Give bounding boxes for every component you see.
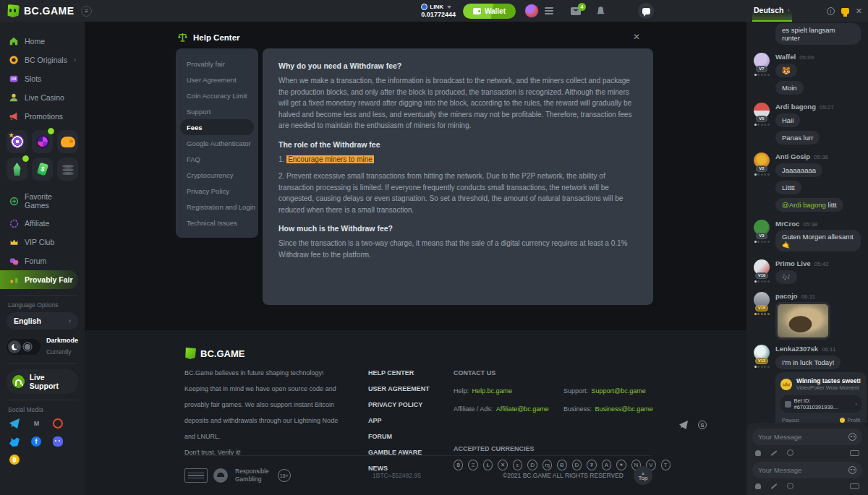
sidebar-item-live-casino[interactable]: Live Casino [7,88,78,107]
mention[interactable]: @Ardi bagong [782,201,826,209]
message-bubble: Guten Morgen allesamt 🤙 [775,230,861,251]
contact-business-link[interactable]: Business@bc.game [595,405,652,413]
contact-label: Business: [563,405,592,413]
username[interactable]: Ardi bagong [775,103,816,111]
promo-lucky-wheel-icon[interactable] [32,130,53,153]
medium-icon[interactable]: M [31,418,41,429]
bet-id-button[interactable]: Bet ID: #670310391939... › [780,395,861,413]
help-menu-technical-issues[interactable]: Technical Issues [180,215,254,231]
telegram-icon[interactable] [9,418,20,429]
twitter-icon[interactable] [9,436,20,447]
wallet-button[interactable]: Wallet [463,4,516,19]
account-menu-icon[interactable] [545,7,553,14]
chat-input-1[interactable] [752,429,862,445]
sidebar-item-forum[interactable]: Forum [7,251,78,270]
emoji-icon[interactable] [848,466,856,474]
help-menu-google-authenticator[interactable]: Google Authenticator [180,135,254,151]
tip-users-icon[interactable] [755,483,761,489]
promo-dollar-tag-icon[interactable]: $ [32,158,53,181]
help-menu-privacy-policy[interactable]: Privacy Policy [180,183,254,199]
coin-drop-icon[interactable] [787,449,793,456]
username[interactable]: Lenka2307sk [775,345,818,353]
promo-rocket-icon[interactable] [7,158,27,181]
level-dots [754,280,770,283]
username[interactable]: Primo Live [775,259,811,267]
sidebar-item-affiliate[interactable]: Affiliate [7,214,78,233]
coin-selector[interactable]: LINK 0.01772444 [421,4,456,18]
sidebar-item-label: Provably Fair [25,275,73,284]
sidebar-item-slots[interactable]: Slots [7,69,78,88]
chat-input-2[interactable] [752,462,862,478]
copyright: ©2021 BC.GAME ALL RIGHTS RESERVED [503,472,624,479]
scroll-to-top-button[interactable]: ▴Top [634,466,652,485]
sidebar-collapse-button[interactable]: ≡ [81,6,92,17]
theme-toggle[interactable] [7,339,41,355]
username[interactable]: pacojo [775,292,798,300]
keyboard-icon[interactable] [850,450,859,456]
help-menu-registration-and-login[interactable]: Registration and Login [180,199,254,215]
sidebar-item-promotions[interactable]: Promotions [7,107,78,126]
username[interactable]: MrCroc [775,220,799,228]
user-avatar[interactable] [524,4,539,18]
edit-icon[interactable] [771,450,778,456]
close-icon[interactable]: ✕ [633,32,640,42]
telegram-icon[interactable] [679,421,688,429]
sidebar-item-favorite-games[interactable]: Favorite Games [7,188,78,214]
footer-link-help-center[interactable]: HELP CENTER [368,369,454,376]
footer-link-user-agreement[interactable]: USER AGREEMENT [368,385,454,392]
lightmode-option[interactable] [21,340,34,353]
sidebar-item-home[interactable]: Home [7,32,78,51]
keyboard-icon[interactable] [850,483,859,489]
darkmode-option[interactable] [8,340,21,353]
contact-support-link[interactable]: Support@bc.game [591,387,645,395]
help-menu-coin-accuracy-limit[interactable]: Coin Accuracy Limit [180,87,254,103]
coin-drop-icon[interactable] [787,483,793,489]
help-menu-faq[interactable]: FAQ [180,151,254,167]
sidebar-item-vip-club[interactable]: VIP Club [7,233,78,251]
help-menu-cryptocurrency[interactable]: Cryptocurrency [180,167,254,183]
live-support-button[interactable]: Live Support [7,369,78,394]
discord-icon[interactable] [53,436,63,447]
username[interactable]: Waffel [775,53,796,61]
edit-icon[interactable] [771,483,778,489]
bet-card-title: Winning tastes sweet! [796,377,861,384]
message-input[interactable] [758,466,848,474]
message-bubble: Haii [775,113,800,127]
message-input[interactable] [758,433,848,441]
tip-users-icon[interactable] [755,450,761,456]
footer-link-forum[interactable]: FORUM [368,433,454,440]
coin-balance: 0.01772444 [421,11,456,18]
help-menu-provably-fair[interactable]: Provably fair [180,56,254,72]
trophy-icon[interactable] [841,8,849,14]
promo-coins-icon[interactable] [57,158,78,181]
chat-close-icon[interactable]: ✕ [856,7,862,16]
notifications-bell-icon[interactable] [597,7,605,15]
skype-icon[interactable]: S [698,421,707,429]
sidebar-item-bc-originals[interactable]: BC Originals › [7,51,78,69]
promo-piggy-bank-icon[interactable] [57,130,78,153]
github-icon[interactable] [53,418,63,429]
help-menu-support[interactable]: Support [180,103,254,119]
promo-target-icon[interactable] [7,130,27,153]
contact-help-link[interactable]: Help.bc.game [472,387,512,395]
username[interactable]: Anti Gosip [775,152,810,160]
photo-attachment[interactable] [775,302,830,340]
contact-affiliate-link[interactable]: Affiliate@bc.game [496,405,549,413]
inbox-button[interactable]: 4 [571,7,581,15]
chat-language-tab[interactable]: Deutsch › [752,0,792,22]
sidebar-item-provably-fair[interactable]: Provably Fair [0,270,78,289]
emoji-icon[interactable] [848,433,856,441]
help-menu-user-agreement[interactable]: User Agreement [180,72,254,87]
bitcointalk-icon[interactable]: ฿ [9,455,20,465]
language-selector[interactable]: English › [7,312,78,330]
message-bubble: Litttt [775,181,801,194]
chat-header: Deutsch › i ✕ [746,0,868,22]
footer-link-privacy-policy[interactable]: PRIVACY POLICY [368,401,454,408]
help-menu-fees[interactable]: Fees [180,119,254,135]
logo[interactable]: BC.GAME [0,4,78,17]
chat-toggle-button[interactable] [638,3,654,19]
sidebar-item-label: Forum [25,257,46,265]
facebook-icon[interactable]: f [31,436,41,447]
chat-rules-info-icon[interactable]: i [827,7,835,15]
footer-link-app[interactable]: APP [368,417,454,424]
